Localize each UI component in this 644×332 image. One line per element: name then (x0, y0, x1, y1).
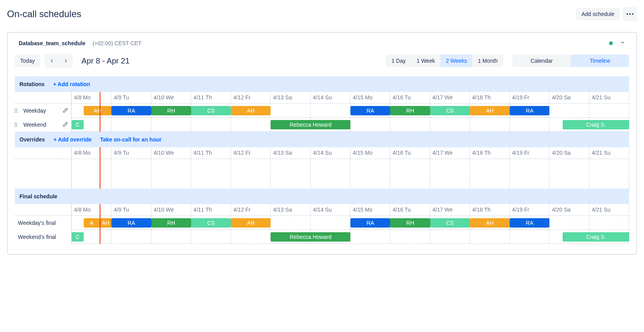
final-header: Final schedule (15, 189, 629, 204)
day-header: 4/18 Th (470, 92, 510, 103)
chevron-down-icon[interactable] (620, 40, 625, 47)
chevron-left-icon (49, 58, 55, 64)
schedule-bar[interactable]: C (72, 232, 84, 242)
day-header: 4/20 Sa (549, 92, 589, 103)
add-schedule-button[interactable]: Add schedule (576, 8, 620, 20)
range-option-2-weeks[interactable]: 2 Weeks (440, 55, 472, 67)
drag-handle-icon[interactable] (15, 123, 17, 127)
day-header: 4/16 Tu (390, 147, 430, 159)
range-option-1-month[interactable]: 1 Month (472, 55, 503, 67)
day-header: 4/18 Th (470, 147, 510, 159)
schedule-bar[interactable]: AH (470, 218, 510, 228)
add-override-button[interactable]: + Add override (53, 136, 91, 143)
view-option-calendar[interactable]: Calendar (512, 55, 571, 67)
day-header: 4/20 Sa (549, 147, 589, 159)
day-header: 4/21 Su (589, 92, 629, 103)
day-header: 4/13 Sa (271, 204, 310, 215)
schedule-bar[interactable]: AH (470, 106, 510, 115)
next-button[interactable] (59, 54, 73, 68)
day-header: 4/16 Tu (390, 204, 430, 215)
schedule-bar[interactable]: CS (191, 106, 231, 115)
day-header: 4/9 Tu (111, 204, 151, 215)
row-label: Weekend's final (15, 234, 68, 240)
schedule-bar[interactable]: A (84, 218, 100, 228)
add-rotation-button[interactable]: + Add rotation (53, 81, 90, 87)
day-header: 4/19 Fr (510, 92, 549, 103)
day-header: 4/17 We (430, 204, 470, 215)
schedule-bar[interactable]: RA (350, 218, 390, 228)
edit-icon[interactable] (63, 108, 68, 114)
day-header: 4/12 Fr (231, 204, 271, 215)
schedule-timezone: (+02:00) CEST CET (93, 40, 141, 46)
view-segmented: CalendarTimeline (512, 55, 629, 67)
day-header: 4/19 Fr (510, 204, 549, 215)
day-header: 4/11 Th (191, 147, 231, 159)
schedule-bar[interactable]: CS (430, 106, 470, 115)
row-label: Weekday's final (15, 220, 68, 226)
schedule-bar[interactable]: RA (350, 106, 390, 115)
schedule-bar[interactable]: C (72, 120, 84, 129)
day-header: 4/13 Sa (271, 147, 310, 159)
schedule-bar[interactable]: AH (100, 218, 112, 228)
take-oncall-button[interactable]: Take on-call for an hour (100, 136, 162, 143)
today-button[interactable]: Today (15, 55, 40, 67)
view-option-timeline[interactable]: Timeline (571, 55, 629, 67)
prev-button[interactable] (45, 54, 59, 68)
day-header: 4/10 We (151, 147, 191, 159)
day-header: 4/15 Mo (350, 147, 390, 159)
day-header: 4/14 Su (311, 147, 350, 159)
schedule-bar[interactable]: RA (510, 218, 549, 228)
rotations-header: Rotations + Add rotation (15, 76, 629, 92)
overrides-header: Overrides + Add override Take on-call fo… (15, 132, 629, 147)
day-header: 4/17 We (430, 147, 470, 159)
day-header: 4/10 We (151, 204, 191, 215)
day-header: 4/21 Su (589, 204, 629, 215)
schedule-bar[interactable]: Rebecca Howard (271, 232, 350, 242)
schedule-bar[interactable]: AH (231, 218, 271, 228)
day-header: 4/15 Mo (350, 92, 390, 103)
day-header: 4/13 Sa (271, 92, 310, 103)
day-header: 4/20 Sa (549, 204, 589, 215)
schedule-bar[interactable]: Craig S. (563, 120, 629, 129)
row-label: Weekend (20, 122, 60, 128)
day-header: 4/9 Tu (111, 92, 151, 103)
schedule-bar[interactable]: RA (111, 218, 151, 228)
schedule-bar[interactable]: CS (191, 218, 231, 228)
schedule-bar[interactable]: RH (151, 106, 191, 115)
more-menu-button[interactable] (623, 7, 637, 21)
range-option-1-week[interactable]: 1 Week (411, 55, 440, 67)
drag-handle-icon[interactable] (15, 109, 17, 113)
range-option-1-day[interactable]: 1 Day (386, 55, 411, 67)
schedule-bar[interactable]: RH (390, 218, 430, 228)
schedule-bar[interactable]: RH (390, 106, 430, 115)
rotations-title: Rotations (19, 81, 45, 87)
day-header: 4/15 Mo (350, 204, 390, 215)
edit-icon[interactable] (63, 122, 68, 128)
schedule-bar[interactable]: AH (231, 106, 271, 115)
day-header: 4/11 Th (191, 92, 231, 103)
schedule-bar[interactable]: RH (151, 218, 191, 228)
schedule-bar[interactable]: AH (84, 106, 112, 115)
day-header: 4/14 Su (311, 204, 350, 215)
schedule-bar[interactable]: Rebecca Howard (271, 120, 350, 129)
day-header: 4/19 Fr (510, 147, 549, 159)
schedule-bar[interactable]: CS (430, 218, 470, 228)
day-header: 4/16 Tu (390, 92, 430, 103)
date-range: Apr 8 - Apr 21 (81, 57, 129, 65)
day-header: 4/8 Mo (72, 204, 111, 215)
day-header: 4/9 Tu (111, 147, 151, 159)
chevron-right-icon (63, 58, 69, 64)
day-header: 4/8 Mo (72, 92, 111, 103)
range-segmented: 1 Day1 Week2 Weeks1 Month (386, 55, 503, 67)
overrides-title: Overrides (19, 136, 45, 143)
day-header: 4/18 Th (470, 204, 510, 215)
day-header: 4/10 We (151, 92, 191, 103)
day-header: 4/17 We (430, 92, 470, 103)
schedule-bar[interactable]: Craig S. (563, 232, 629, 242)
schedule-bar[interactable]: RA (111, 106, 151, 115)
day-header: 4/11 Th (191, 204, 231, 215)
day-header: 4/12 Fr (231, 92, 271, 103)
schedule-bar[interactable]: RA (510, 106, 549, 115)
day-header: 4/21 Su (589, 147, 629, 159)
more-icon (626, 13, 633, 15)
